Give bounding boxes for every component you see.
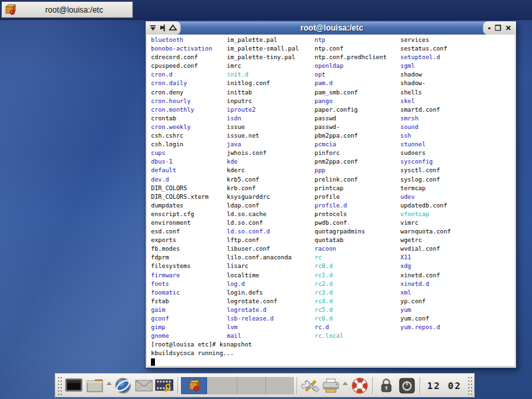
file-entry: init.d	[227, 70, 299, 79]
terminal-output-area[interactable]: bluetoothbonobo-activationcdrecord.confc…	[147, 35, 515, 366]
power-icon	[399, 378, 415, 394]
desktop-pager	[180, 376, 294, 395]
file-entry: vimrc	[400, 219, 451, 227]
file-entry: ksysguarddrc	[227, 193, 299, 201]
file-entry: X11	[400, 253, 451, 262]
pager-desktop-3[interactable]	[237, 377, 265, 394]
terminal-display-icon	[65, 378, 83, 394]
panel-handle-right[interactable]	[467, 376, 472, 395]
window-title: root@louisa:/etc	[181, 21, 483, 35]
logout-power-button[interactable]	[397, 376, 416, 396]
file-entry: updatedb.conf	[400, 201, 451, 210]
file-entry: quotagrpadmins	[315, 227, 386, 236]
printer-launcher[interactable]	[321, 376, 340, 396]
file-entry: default	[151, 166, 212, 175]
file-entry: cdrecord.conf	[151, 53, 212, 62]
pager-desktop-1-active[interactable]	[180, 376, 208, 395]
file-entry: printcap	[315, 184, 386, 193]
file-entry: dumpdates	[151, 201, 212, 210]
package-icon	[5, 4, 16, 15]
file-entry: quotatab	[315, 236, 386, 245]
panel-handle-left[interactable]	[57, 376, 62, 395]
file-entry: racoon	[315, 245, 386, 253]
lock-icon	[380, 378, 393, 394]
file-entry: pam.d	[315, 79, 386, 88]
file-entry: log.d	[227, 280, 299, 289]
terminal-window: root@louisa:/etc ▪ ❐ ✕ bluetoothbonobo-a…	[145, 21, 517, 368]
file-entry: lilo.conf.anaconda	[227, 253, 299, 262]
file-entry: sound	[400, 123, 451, 132]
file-entry: wgetrc	[400, 236, 451, 245]
home-folder-launcher[interactable]	[85, 376, 104, 396]
file-entry: csh.login	[151, 140, 212, 149]
file-entry: yum.repos.d	[400, 323, 451, 332]
file-entry: rc3.d	[315, 289, 386, 297]
file-entry: gaim	[151, 306, 212, 315]
file-entry: bonobo-activation	[151, 45, 212, 53]
file-entry: prelink.conf	[315, 176, 386, 184]
shell-status-line: kbuildsycoca running...	[151, 349, 234, 358]
file-entry: gconf	[151, 315, 212, 323]
panel-separator	[420, 377, 420, 394]
window-menu-icon[interactable]	[149, 24, 157, 32]
close-button[interactable]: ✕	[505, 21, 511, 35]
panel-separator	[372, 377, 373, 394]
popup-arrow-icon[interactable]	[106, 382, 112, 385]
pin-icon[interactable]	[159, 24, 167, 32]
utilities-launcher[interactable]	[301, 376, 320, 396]
mail-launcher[interactable]	[134, 376, 154, 396]
file-entry: opt	[315, 70, 386, 79]
file-entry: rc5.d	[315, 306, 386, 315]
file-entry: dev.d	[151, 176, 212, 184]
file-entry: profile	[315, 193, 386, 201]
file-entry: libuser.conf	[227, 245, 299, 253]
file-entry: mail	[227, 332, 299, 340]
file-entry: cron.hourly	[151, 97, 212, 106]
lock-screen-button[interactable]	[376, 376, 396, 396]
file-entry: kde	[227, 158, 299, 166]
pager-desktop-2[interactable]	[208, 377, 237, 394]
web-browser-launcher[interactable]	[114, 376, 133, 396]
terminal-display-launcher[interactable]	[65, 376, 84, 396]
file-entry: sgml	[400, 62, 451, 70]
file-entry: iproute2	[227, 106, 299, 114]
file-entry: isdn	[227, 114, 299, 123]
file-entry: ld.so.conf.d	[227, 227, 299, 236]
file-entry: yum.conf	[400, 315, 451, 323]
shade-icon[interactable]	[169, 24, 177, 32]
file-entry: cron.d	[151, 70, 212, 79]
multimedia-launcher[interactable]	[155, 376, 174, 396]
panel-clock[interactable]: 12 02	[427, 380, 462, 391]
titlebar-right-buttons: ▪ ❐ ✕	[483, 21, 516, 35]
file-entry: ppp	[315, 166, 386, 175]
file-entry: setuptool.d	[400, 53, 451, 62]
file-entry: cpuspeed.conf	[151, 62, 212, 70]
file-entry: ld.so.conf	[227, 219, 299, 227]
home-folder-icon	[86, 378, 104, 394]
file-entry: java	[227, 140, 299, 149]
file-column-3: ntpntp.confntp.conf.predhclientopenldapo…	[315, 36, 386, 340]
popup-arrow-icon[interactable]	[342, 382, 348, 385]
file-entry: DIR_COLORS	[151, 184, 212, 193]
file-entry: jwhois.conf	[227, 149, 299, 158]
file-entry: rc4.d	[315, 297, 386, 306]
file-entry: pam_smb.conf	[315, 88, 386, 97]
file-entry: fonts	[151, 280, 212, 289]
taskbar-window-button[interactable]: root@louisa:/etc	[1, 1, 133, 18]
file-entry: lisarc	[227, 262, 299, 271]
file-entry: im_palette.pal	[227, 36, 299, 45]
file-entry: csh.cshrc	[151, 132, 212, 140]
file-entry: pbm2ppa.conf	[315, 132, 386, 140]
minimize-button[interactable]: ▪	[488, 21, 491, 35]
window-titlebar[interactable]: root@louisa:/etc ▪ ❐ ✕	[146, 21, 516, 35]
maximize-button[interactable]: ❐	[495, 21, 501, 35]
file-entry: pango	[315, 97, 386, 106]
file-entry: localtime	[227, 271, 299, 280]
help-launcher[interactable]	[350, 376, 369, 396]
file-column-1: bluetoothbonobo-activationcdrecord.confc…	[151, 36, 212, 340]
file-entry: cron.monthly	[151, 106, 212, 114]
file-entry: fstab	[151, 297, 212, 306]
file-entry: kderc	[227, 166, 299, 175]
file-entry: rc.local	[315, 332, 386, 340]
pager-desktop-4[interactable]	[265, 377, 294, 394]
